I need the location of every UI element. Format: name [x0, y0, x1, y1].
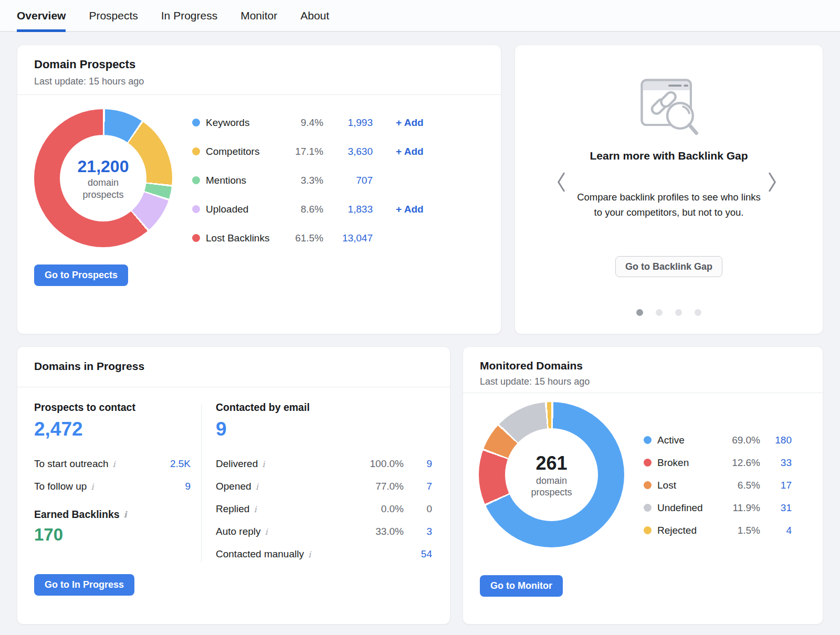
legend-percent: 6.5%: [718, 480, 760, 491]
carousel-previous-icon[interactable]: [555, 170, 569, 194]
top-navigation: Overview Prospects In Progress Monitor A…: [0, 0, 840, 32]
stat-value-link[interactable]: 54: [404, 548, 432, 560]
promo-description: Compare backlink profiles to see who lin…: [576, 190, 761, 220]
go-to-backlink-gap-button[interactable]: Go to Backlink Gap: [615, 256, 722, 277]
legend-label: Undefined: [657, 502, 718, 514]
legend-value-link[interactable]: 33: [760, 457, 792, 469]
legend-percent: 17.1%: [286, 146, 323, 157]
column-divider: [201, 405, 202, 562]
add-uploaded-link[interactable]: + Add: [396, 204, 439, 215]
legend-value-link[interactable]: 707: [323, 175, 373, 186]
stat-label: To start outreach: [34, 458, 109, 470]
tab-about[interactable]: About: [300, 0, 329, 31]
donut-center-label: prospects: [82, 189, 123, 201]
donut-center: 261 domain prospects: [505, 428, 598, 521]
carousel-dot-4[interactable]: [695, 309, 701, 316]
legend-color-dot: [644, 504, 652, 512]
legend-value-link[interactable]: 180: [760, 435, 792, 446]
carousel-dot-2[interactable]: [656, 309, 663, 316]
info-icon[interactable]: i: [256, 482, 258, 492]
legend-label: Keywords: [206, 117, 286, 129]
legend-label: Competitors: [206, 146, 286, 157]
domains-in-progress-card: Domains in Progress Prospects to contact…: [17, 346, 450, 625]
promo-title: Learn more with Backlink Gap: [580, 148, 758, 164]
carousel-next-icon[interactable]: [765, 170, 779, 194]
donut-center-label: domain: [536, 475, 567, 487]
stat-value-link[interactable]: 3: [404, 526, 432, 537]
stat-row: Replied i 0.0% 0: [216, 498, 432, 521]
legend-value-link[interactable]: 3,630: [323, 146, 373, 157]
legend-value-link[interactable]: 31: [760, 502, 792, 514]
donut-center-label: domain: [88, 177, 119, 189]
stat-label: Replied: [216, 503, 249, 515]
stat-row: Auto reply i 33.0% 3: [216, 521, 432, 543]
stat-percent: 100.0%: [356, 458, 404, 470]
monitored-domains-header: Monitored Domains Last update: 15 hours …: [463, 347, 823, 393]
card-title: Domains in Progress: [34, 360, 144, 373]
legend-row: Rejected 1.5% 4: [644, 519, 792, 542]
tab-prospects[interactable]: Prospects: [89, 0, 138, 31]
stat-value-link[interactable]: 9: [154, 481, 191, 492]
contacted-by-email-section: Contacted by email 9 Delivered i 100.0% …: [216, 401, 432, 566]
carousel-dot-3[interactable]: [675, 309, 682, 316]
info-icon[interactable]: i: [254, 504, 256, 514]
legend-value-link[interactable]: 1,833: [323, 204, 373, 215]
stat-value-link[interactable]: 7: [404, 481, 432, 492]
stat-value-link[interactable]: 2.5K: [154, 458, 191, 470]
stat-value: 0: [404, 503, 432, 515]
stat-label: To follow up: [34, 481, 87, 492]
tab-overview[interactable]: Overview: [17, 0, 66, 31]
legend-row: Keywords 9.4% 1,993 + Add: [192, 108, 439, 137]
stat-label: Contacted manually: [216, 548, 304, 560]
stat-percent: 0.0%: [356, 503, 404, 515]
go-to-prospects-button[interactable]: Go to Prospects: [34, 264, 128, 286]
prospects-to-contact-section: Prospects to contact 2,472 To start outr…: [34, 401, 191, 545]
carousel-dot-1[interactable]: [636, 309, 643, 316]
legend-value-link[interactable]: 1,993: [323, 117, 373, 129]
domain-prospects-legend: Keywords 9.4% 1,993 + Add Competitors 17…: [192, 108, 439, 252]
legend-color-dot: [644, 481, 652, 489]
legend-label: Active: [657, 435, 718, 446]
legend-percent: 1.5%: [718, 525, 760, 536]
legend-value-link[interactable]: 13,047: [323, 232, 373, 244]
legend-row: Uploaded 8.6% 1,833 + Add: [192, 195, 439, 224]
card-title: Domain Prospects: [34, 58, 484, 71]
tab-monitor[interactable]: Monitor: [240, 0, 277, 31]
legend-label: Lost: [657, 480, 718, 491]
legend-row: Lost 6.5% 17: [644, 474, 792, 496]
go-to-monitor-button[interactable]: Go to Monitor: [480, 575, 563, 597]
legend-percent: 3.3%: [286, 175, 323, 186]
legend-row: Competitors 17.1% 3,630 + Add: [192, 137, 439, 166]
legend-color-dot: [644, 436, 652, 444]
donut-center-value: 261: [536, 451, 567, 475]
info-icon[interactable]: i: [113, 459, 116, 469]
stat-label: Auto reply: [216, 526, 261, 537]
info-icon[interactable]: i: [91, 482, 93, 492]
info-icon[interactable]: i: [262, 459, 265, 469]
info-icon[interactable]: i: [265, 527, 268, 537]
stat-row: Opened i 77.0% 7: [216, 475, 432, 498]
backlink-gap-promo-card: Learn more with Backlink Gap Compare bac…: [514, 45, 823, 334]
tab-in-progress[interactable]: In Progress: [161, 0, 217, 31]
legend-value-link[interactable]: 17: [760, 480, 792, 491]
section-heading: Contacted by email: [216, 401, 432, 414]
legend-color-dot: [192, 205, 200, 213]
add-competitors-link[interactable]: + Add: [396, 146, 439, 157]
legend-percent: 61.5%: [286, 232, 323, 244]
legend-row: Undefined 11.9% 31: [644, 496, 792, 519]
stat-percent: 33.0%: [356, 526, 404, 537]
last-update-text: Last update: 15 hours ago: [480, 376, 806, 387]
info-icon[interactable]: i: [308, 549, 311, 559]
legend-color-dot: [644, 526, 652, 534]
legend-row: Broken 12.6% 33: [644, 451, 792, 474]
legend-value-link[interactable]: 4: [760, 525, 792, 536]
legend-label: Mentions: [206, 175, 286, 186]
domains-in-progress-header: Domains in Progress: [17, 347, 450, 387]
add-keywords-link[interactable]: + Add: [396, 117, 439, 129]
stat-value-link[interactable]: 9: [404, 458, 432, 470]
earned-backlinks-label: Earned Backlinks: [34, 509, 120, 521]
monitored-domains-card: Monitored Domains Last update: 15 hours …: [463, 346, 823, 625]
stat-percent: 77.0%: [356, 481, 404, 492]
go-to-in-progress-button[interactable]: Go to In Progress: [34, 574, 134, 596]
info-icon[interactable]: i: [124, 510, 127, 520]
